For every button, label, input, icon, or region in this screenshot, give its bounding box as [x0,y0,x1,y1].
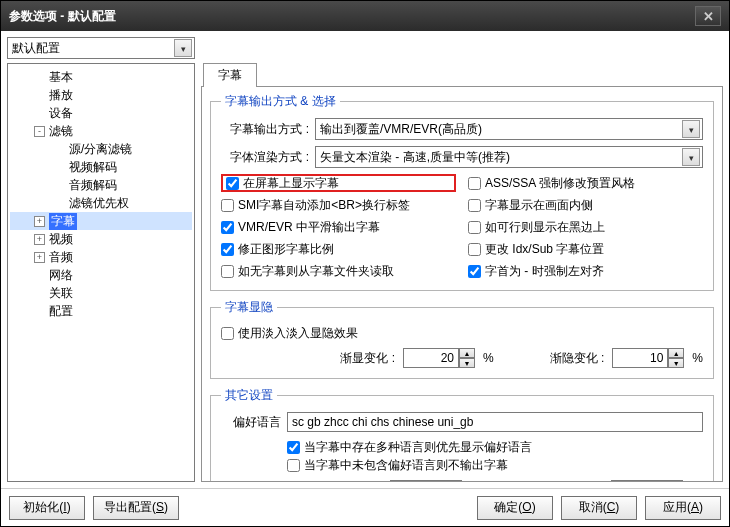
spin-up-icon[interactable]: ▲ [459,348,475,358]
init-button[interactable]: 初始化(I) [9,496,85,520]
option-checkbox[interactable]: 更改 Idx/Sub 字幕位置 [468,240,703,258]
option-checkbox[interactable]: VMR/EVR 中平滑输出字幕 [221,218,456,236]
tree-item[interactable]: -滤镜 [10,122,192,140]
fade-in-spinner[interactable]: ▲▼ [403,348,475,368]
footer: 初始化(I) 导出配置(S) 确定(O) 取消(C) 应用(A) [1,488,729,526]
tree-item[interactable]: +字幕 [10,212,192,230]
tree-item-label: 基本 [49,69,73,86]
sync-unit-input[interactable] [390,480,446,482]
fade-in-input[interactable] [403,348,459,368]
group-fade-legend: 字幕显隐 [221,299,277,316]
tree-item[interactable]: 滤镜优先权 [10,194,192,212]
no-output-input[interactable] [287,459,300,472]
collapse-icon[interactable]: - [34,126,45,137]
font-render-select[interactable]: 矢量文本渲染 - 高速,质量中等(推荐) [315,146,703,168]
option-checkbox[interactable]: 修正图形字幕比例 [221,240,456,258]
checkbox-input[interactable] [226,177,239,190]
option-checkbox[interactable]: 字首为 - 时强制左对齐 [468,262,703,280]
checkbox-input[interactable] [221,199,234,212]
option-checkbox[interactable]: 如无字幕则从字幕文件夹读取 [221,262,456,280]
fade-effect-input[interactable] [221,327,234,340]
tabbar: 字幕 [201,63,723,87]
fade-out-spinner[interactable]: ▲▼ [612,348,684,368]
titlebar: 参数选项 - 默认配置 ✕ [1,1,729,31]
expand-icon[interactable]: + [34,252,45,263]
profile-selected: 默认配置 [12,40,60,57]
window-title: 参数选项 - 默认配置 [9,8,695,25]
fade-effect-checkbox[interactable]: 使用淡入淡入显隐效果 [221,324,703,342]
tree-item-label: 源/分离滤镜 [69,141,132,158]
output-mode-label: 字幕输出方式 : [221,121,309,138]
tree-item[interactable]: 关联 [10,284,192,302]
checkbox-label: 字幕显示在画面内侧 [485,197,593,214]
no-output-checkbox[interactable]: 当字幕中未包含偏好语言则不输出字幕 [287,456,703,474]
font-render-value: 矢量文本渲染 - 高速,质量中等(推荐) [320,149,510,166]
tree-item[interactable]: 网络 [10,266,192,284]
category-tree[interactable]: 基本播放设备-滤镜源/分离滤镜视频解码音频解码滤镜优先权+字幕+视频+音频网络关… [7,63,195,482]
tree-item[interactable]: 配置 [10,302,192,320]
option-checkbox[interactable]: SMI字幕自动添加<BR>换行标签 [221,196,456,214]
spin-down-icon[interactable]: ▼ [668,358,684,368]
tree-item-label: 网络 [49,267,73,284]
cancel-button[interactable]: 取消(C) [561,496,637,520]
checkbox-input[interactable] [468,199,481,212]
profile-dropdown[interactable]: 默认配置 [7,37,195,59]
tree-item-label: 滤镜优先权 [69,195,129,212]
output-mode-select[interactable]: 输出到覆盖/VMR/EVR(高品质) [315,118,703,140]
spin-up-icon[interactable]: ▲ [668,348,684,358]
tab-subtitle[interactable]: 字幕 [203,63,257,87]
prefer-lang-checkbox[interactable]: 当字幕中存在多种语言则优先显示偏好语言 [287,438,703,456]
close-button[interactable]: ✕ [695,6,721,26]
group-output: 字幕输出方式 & 选择 字幕输出方式 : 输出到覆盖/VMR/EVR(高品质) … [210,93,714,291]
checkbox-input[interactable] [221,221,234,234]
percent-unit: % [483,351,494,365]
option-checkbox[interactable]: 如可行则显示在黑边上 [468,218,703,236]
checkbox-input[interactable] [468,265,481,278]
spin-up-icon[interactable]: ▲ [667,480,683,482]
checkbox-label: SMI字幕自动添加<BR>换行标签 [238,197,410,214]
pref-lang-label: 偏好语言 [221,414,281,431]
ok-button[interactable]: 确定(O) [477,496,553,520]
fade-out-input[interactable] [612,348,668,368]
checkbox-input[interactable] [468,221,481,234]
option-checkbox[interactable]: 字幕显示在画面内侧 [468,196,703,214]
tree-item[interactable]: 设备 [10,104,192,122]
min-delay-input[interactable] [611,480,667,482]
prefer-lang-input[interactable] [287,441,300,454]
tree-item[interactable]: 播放 [10,86,192,104]
option-checkbox[interactable]: 在屏幕上显示字幕 [221,174,456,192]
sync-unit-spinner[interactable]: ▲▼ [390,480,462,482]
tree-item-label: 音频 [49,249,73,266]
checkbox-grid: 在屏幕上显示字幕ASS/SSA 强制修改预置风格SMI字幕自动添加<BR>换行标… [221,174,703,280]
checkbox-input[interactable] [221,265,234,278]
checkbox-label: 如可行则显示在黑边上 [485,219,605,236]
chevron-down-icon [174,39,192,57]
checkbox-input[interactable] [468,177,481,190]
pref-lang-input[interactable] [287,412,703,432]
tree-item[interactable]: 源/分离滤镜 [10,140,192,158]
tree-item-label: 音频解码 [69,177,117,194]
expand-icon[interactable]: + [34,216,45,227]
tree-item-label: 视频解码 [69,159,117,176]
apply-button[interactable]: 应用(A) [645,496,721,520]
min-delay-spinner[interactable]: ▲▼ [611,480,683,482]
option-checkbox[interactable]: ASS/SSA 强制修改预置风格 [468,174,703,192]
checkbox-label: 更改 Idx/Sub 字幕位置 [485,241,604,258]
tree-item[interactable]: +视频 [10,230,192,248]
fade-out-label: 渐隐变化 : [550,350,605,367]
export-button[interactable]: 导出配置(S) [93,496,179,520]
tree-item[interactable]: +音频 [10,248,192,266]
tree-item[interactable]: 视频解码 [10,158,192,176]
tree-item-label: 关联 [49,285,73,302]
spin-up-icon[interactable]: ▲ [446,480,462,482]
spin-down-icon[interactable]: ▼ [459,358,475,368]
font-render-label: 字体渲染方式 : [221,149,309,166]
checkbox-input[interactable] [468,243,481,256]
checkbox-input[interactable] [221,243,234,256]
checkbox-label: 在屏幕上显示字幕 [243,175,339,192]
tree-item[interactable]: 音频解码 [10,176,192,194]
chevron-down-icon [682,120,700,138]
right-pane: 字幕 字幕输出方式 & 选择 字幕输出方式 : 输出到覆盖/VMR/EVR(高品… [201,63,723,482]
expand-icon[interactable]: + [34,234,45,245]
tree-item[interactable]: 基本 [10,68,192,86]
